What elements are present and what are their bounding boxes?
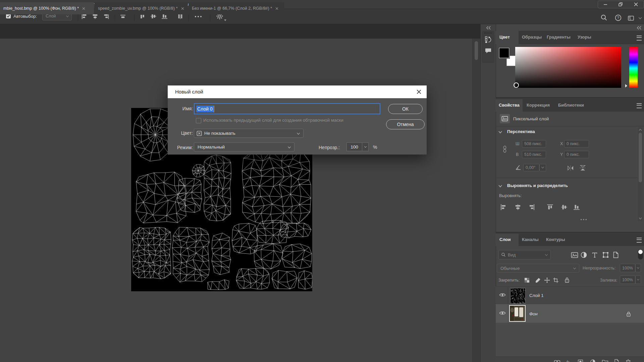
help-icon[interactable]: ? bbox=[614, 14, 622, 21]
clipping-mask-checkbox[interactable] bbox=[196, 118, 201, 123]
filter-toggle[interactable] bbox=[638, 249, 643, 259]
close-window-icon[interactable] bbox=[633, 2, 639, 7]
new-layer-icon[interactable] bbox=[614, 359, 619, 362]
panel-grip[interactable] bbox=[484, 33, 492, 34]
opacity-dropdown[interactable] bbox=[635, 264, 641, 272]
add-mask-icon[interactable] bbox=[577, 359, 584, 362]
layer-name[interactable]: Фон bbox=[529, 311, 538, 316]
scrollbar-thumb[interactable] bbox=[639, 133, 642, 182]
foreground-color-swatch[interactable] bbox=[499, 48, 509, 58]
tab-swatches[interactable]: Образцы bbox=[522, 35, 542, 40]
layer-color-dropdown[interactable]: Не показывать bbox=[194, 129, 304, 138]
collapse-dock-icon[interactable] bbox=[486, 26, 491, 30]
properties-scrollbar[interactable] bbox=[638, 127, 643, 221]
visibility-eye-icon[interactable] bbox=[499, 310, 506, 316]
close-tab-icon[interactable] bbox=[82, 7, 86, 10]
align-right-edges-icon[interactable] bbox=[528, 203, 535, 211]
tab-channels[interactable]: Каналы bbox=[522, 237, 539, 242]
scrollbar-thumb[interactable] bbox=[475, 41, 478, 60]
lock-artboard-icon[interactable] bbox=[553, 277, 559, 283]
color-picker-handle[interactable] bbox=[514, 82, 519, 88]
tab-patterns[interactable]: Узоры bbox=[578, 35, 591, 40]
link-layers-icon[interactable] bbox=[554, 359, 560, 362]
filter-smart-objects-icon[interactable] bbox=[613, 251, 619, 258]
scroll-up-icon[interactable] bbox=[639, 128, 642, 131]
more-options-icon[interactable] bbox=[580, 219, 587, 221]
align-left-edges-icon[interactable] bbox=[500, 203, 507, 211]
dialog-opacity-field[interactable]: 100 bbox=[346, 142, 362, 151]
section-collapse-icon[interactable] bbox=[498, 131, 502, 134]
align-horizontal-centers-icon[interactable] bbox=[514, 203, 522, 211]
search-icon[interactable] bbox=[600, 14, 607, 21]
close-tab-icon[interactable] bbox=[181, 7, 184, 10]
tab-adjustments[interactable]: Коррекция bbox=[527, 103, 550, 108]
link-dimensions-icon[interactable] bbox=[502, 145, 507, 153]
fill-dropdown[interactable] bbox=[635, 276, 641, 284]
new-group-icon[interactable] bbox=[602, 359, 608, 362]
close-dialog-icon[interactable] bbox=[416, 89, 422, 95]
align-top-edges-icon[interactable] bbox=[546, 203, 554, 211]
angle-field[interactable]: 0,00° bbox=[523, 164, 539, 171]
visibility-eye-icon[interactable] bbox=[499, 292, 506, 298]
cancel-button[interactable]: Отмена bbox=[386, 119, 425, 129]
close-tab-icon[interactable] bbox=[275, 7, 279, 10]
canvas-scrollbar[interactable] bbox=[472, 39, 480, 362]
layer-thumbnail[interactable] bbox=[510, 288, 526, 304]
tab-properties[interactable]: Свойства bbox=[499, 103, 520, 108]
tab-libraries[interactable]: Библиотеки bbox=[558, 103, 584, 108]
adjustment-layer-icon[interactable] bbox=[590, 359, 596, 362]
flip-vertical-icon[interactable] bbox=[579, 165, 587, 171]
dialog-opacity-dropdown[interactable] bbox=[362, 142, 369, 151]
angle-dropdown[interactable] bbox=[539, 164, 546, 171]
layer-row[interactable]: Слой 1 bbox=[496, 286, 644, 304]
layer-row-selected[interactable]: Фон bbox=[496, 304, 644, 323]
minimize-icon[interactable] bbox=[603, 2, 608, 7]
layer-name[interactable]: Слой 1 bbox=[529, 293, 543, 298]
hue-slider-pointer[interactable] bbox=[625, 84, 628, 88]
workspace-switcher-icon[interactable] bbox=[627, 15, 635, 21]
align-vertical-centers-icon[interactable] bbox=[560, 203, 568, 211]
delete-layer-icon[interactable] bbox=[626, 359, 631, 362]
layer-name-input[interactable]: Слой 0 bbox=[194, 103, 380, 114]
collapse-dock-icon[interactable] bbox=[637, 26, 642, 30]
lock-transparency-icon[interactable] bbox=[524, 277, 530, 283]
lock-pixels-icon[interactable] bbox=[535, 277, 541, 283]
lock-all-icon[interactable] bbox=[565, 277, 570, 283]
panel-menu-icon[interactable] bbox=[637, 103, 642, 108]
document-tab[interactable]: speed_zombie_uv.bmp @ 100% (RGB/8) * bbox=[95, 2, 188, 14]
tab-layers[interactable]: Слои bbox=[499, 237, 511, 242]
tab-paths[interactable]: Контуры bbox=[546, 237, 565, 242]
document-tab-active[interactable]: mbie_host.bmp @ 100% (Фон, RGB/8) * bbox=[0, 2, 94, 14]
color-saturation-field[interactable] bbox=[515, 47, 621, 88]
restore-icon[interactable] bbox=[618, 2, 623, 7]
ok-button[interactable]: ОК bbox=[388, 104, 423, 114]
chevron-down-icon[interactable] bbox=[638, 17, 642, 20]
document-tab[interactable]: Без имени-1 @ 66,7% (Слой 2, RGB/8#) * bbox=[189, 2, 284, 14]
flip-horizontal-icon[interactable] bbox=[567, 165, 574, 171]
history-panel-icon[interactable] bbox=[485, 36, 492, 44]
scroll-down-icon[interactable] bbox=[639, 217, 642, 220]
layer-filter-dropdown[interactable]: Вид bbox=[498, 250, 551, 259]
filter-pixel-layers-icon[interactable] bbox=[571, 252, 578, 258]
autoselect-checkbox[interactable] bbox=[6, 14, 11, 18]
tab-gradients[interactable]: Градиенты bbox=[547, 35, 571, 40]
panel-menu-icon[interactable] bbox=[637, 36, 642, 41]
x-field[interactable]: 0 пикс. bbox=[564, 140, 589, 147]
more-options-icon[interactable] bbox=[195, 15, 202, 18]
panel-menu-icon[interactable] bbox=[637, 238, 642, 243]
section-collapse-icon[interactable] bbox=[498, 185, 502, 188]
lock-position-icon[interactable] bbox=[544, 277, 550, 283]
dialog-titlebar[interactable]: Новый слой bbox=[168, 85, 427, 98]
filter-adjustment-layers-icon[interactable] bbox=[580, 251, 587, 258]
width-field[interactable]: 508 пикс. bbox=[522, 140, 546, 147]
layer-thumbnail[interactable] bbox=[509, 305, 526, 322]
opacity-field[interactable]: 100% bbox=[620, 264, 635, 272]
comments-panel-icon[interactable] bbox=[485, 48, 492, 54]
filter-type-layers-icon[interactable] bbox=[591, 252, 598, 258]
blend-mode-dropdown[interactable]: Нормальный bbox=[194, 142, 294, 152]
hue-slider[interactable] bbox=[629, 47, 638, 88]
layer-effects-icon[interactable]: fx bbox=[566, 359, 572, 362]
blend-mode-dropdown[interactable]: Обычные bbox=[497, 264, 579, 273]
fill-field[interactable]: 100% bbox=[620, 276, 635, 284]
align-bottom-edges-icon[interactable] bbox=[573, 203, 580, 211]
